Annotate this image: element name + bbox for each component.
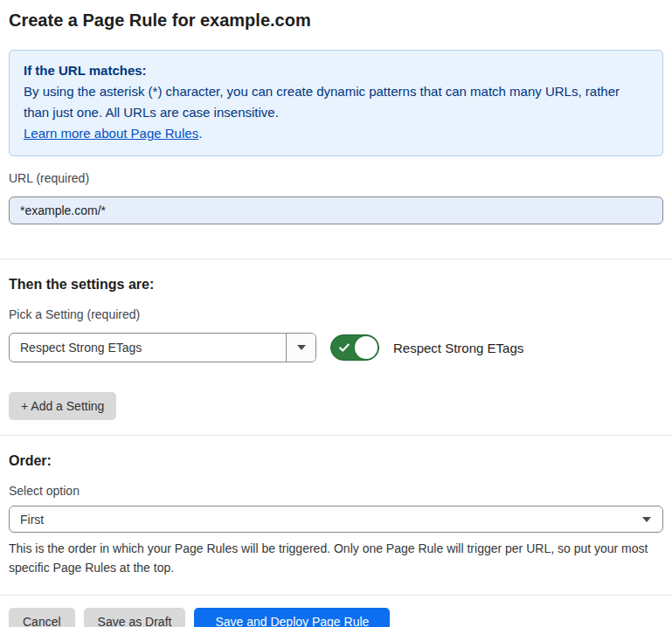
- order-select-value: First: [20, 513, 44, 527]
- order-select[interactable]: First: [9, 506, 663, 533]
- save-as-draft-button[interactable]: Save as Draft: [84, 608, 186, 627]
- setting-select[interactable]: Respect Strong ETags: [9, 333, 316, 362]
- cancel-button[interactable]: Cancel: [9, 608, 75, 627]
- toggle-knob: [355, 336, 378, 359]
- pick-setting-label: Pick a Setting (required): [9, 308, 663, 321]
- page-rule-form: Create a Page Rule for example.com If th…: [0, 0, 672, 627]
- add-setting-button[interactable]: + Add a Setting: [9, 392, 116, 420]
- chevron-down-icon: [642, 517, 651, 522]
- setting-row: Respect Strong ETags Respect Strong ETag…: [9, 333, 663, 362]
- info-heading: If the URL matches:: [24, 60, 648, 81]
- respect-strong-etags-toggle[interactable]: [330, 334, 379, 361]
- footer-divider: [0, 595, 672, 596]
- chevron-down-icon: [297, 345, 306, 350]
- save-and-deploy-button[interactable]: Save and Deploy Page Rule: [194, 608, 390, 627]
- learn-more-link[interactable]: Learn more about Page Rules: [24, 126, 198, 141]
- check-icon: [338, 341, 350, 354]
- info-body-text: By using the asterisk (*) character, you…: [24, 81, 648, 123]
- url-input[interactable]: [9, 196, 663, 224]
- setting-select-value: Respect Strong ETags: [10, 334, 286, 362]
- settings-section-heading: Then the settings are:: [9, 259, 663, 293]
- order-description: This is the order in which your Page Rul…: [9, 539, 663, 577]
- link-suffix: .: [198, 126, 202, 141]
- info-link-line: Learn more about Page Rules.: [24, 123, 648, 144]
- url-field-label: URL (required): [9, 172, 663, 185]
- setting-select-arrow-button[interactable]: [286, 334, 315, 362]
- footer-actions: Cancel Save as Draft Save and Deploy Pag…: [9, 608, 663, 627]
- page-title: Create a Page Rule for example.com: [9, 0, 663, 31]
- order-section-heading: Order:: [9, 436, 663, 469]
- order-select-label: Select option: [9, 485, 663, 498]
- url-match-info-callout: If the URL matches: By using the asteris…: [9, 50, 663, 156]
- toggle-label: Respect Strong ETags: [393, 341, 523, 355]
